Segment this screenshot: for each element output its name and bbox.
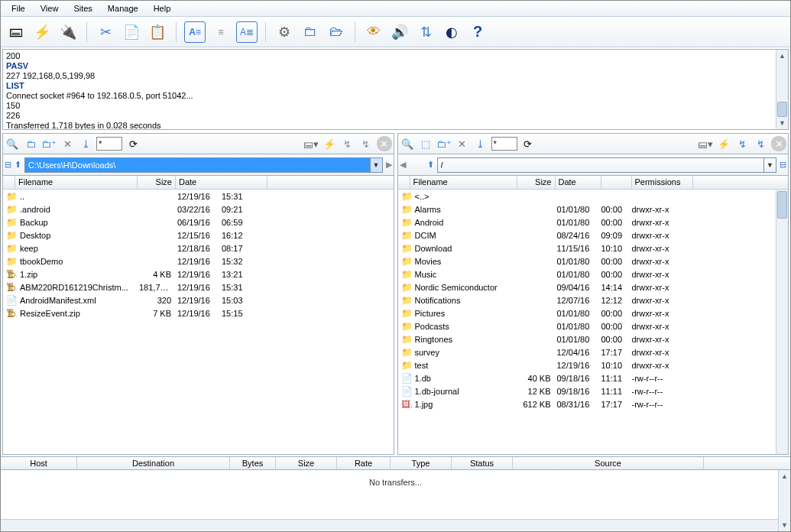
column-header[interactable]: Size bbox=[517, 176, 556, 189]
delete-icon[interactable]: ✕ bbox=[455, 136, 470, 151]
column-header[interactable]: Size bbox=[138, 176, 176, 189]
file-row[interactable]: 📁Android01/01/8000:00drwxr-xr-x bbox=[398, 216, 789, 229]
search-icon[interactable]: 🔍 bbox=[5, 136, 20, 151]
local-path-input[interactable] bbox=[25, 158, 370, 172]
file-row[interactable]: 📁Nordic Semiconductor09/04/1614:14drwxr-… bbox=[398, 281, 789, 294]
go-icon[interactable]: ▶ bbox=[386, 160, 392, 170]
transfer-mode-icon[interactable]: 🖴▾ bbox=[303, 136, 319, 151]
quick-icon[interactable]: ⚡ bbox=[716, 136, 731, 151]
mode-text-icon[interactable]: ≡ bbox=[210, 21, 232, 43]
column-header[interactable]: Date bbox=[556, 176, 601, 189]
folder-open-icon[interactable]: 🗀 bbox=[23, 136, 38, 151]
sync-arrows-icon[interactable]: ⇅ bbox=[415, 21, 436, 43]
file-row[interactable]: 📁tbookDemo12/19/1615:32 bbox=[3, 255, 394, 268]
sound-icon[interactable]: 🔊 bbox=[389, 21, 410, 43]
remote-scrollbar[interactable] bbox=[776, 190, 788, 454]
menu-view[interactable]: View bbox=[33, 2, 66, 15]
mode-auto-icon[interactable]: A≣ bbox=[236, 21, 258, 43]
dropdown-icon[interactable]: ▼ bbox=[370, 158, 382, 172]
mode-a-icon[interactable]: A≡ bbox=[184, 21, 206, 43]
scroll-up-icon[interactable]: ▲ bbox=[776, 50, 788, 62]
server-icon[interactable]: 🖴 bbox=[5, 21, 27, 43]
queue-column-header[interactable]: Destination bbox=[77, 457, 230, 469]
link2-icon[interactable]: ↯ bbox=[753, 136, 768, 151]
file-row[interactable]: 📁Backup06/19/1606:59 bbox=[3, 216, 394, 229]
file-row[interactable]: 📄1.db-journal12 KB09/18/1611:11-rw-r--r-… bbox=[398, 384, 789, 397]
tree-icon[interactable]: ⊟ bbox=[5, 160, 11, 170]
queue-scrollbar[interactable]: ▲ ▼ bbox=[778, 470, 790, 531]
queue-column-header[interactable]: Bytes bbox=[230, 457, 276, 469]
column-header[interactable] bbox=[3, 176, 15, 189]
queue-column-header[interactable]: Source bbox=[513, 457, 704, 469]
scroll-down-icon[interactable]: ▼ bbox=[779, 519, 790, 531]
queue-column-header[interactable]: Rate bbox=[337, 457, 391, 469]
column-header[interactable] bbox=[601, 176, 632, 189]
folder-t-icon[interactable]: 🗁 bbox=[326, 21, 347, 43]
file-row[interactable]: 📁Ringtones01/01/8000:00drwxr-xr-x bbox=[398, 332, 789, 345]
menu-help[interactable]: Help bbox=[146, 2, 179, 15]
search-icon[interactable]: 🔍 bbox=[400, 136, 415, 151]
delete-icon[interactable]: ✕ bbox=[60, 136, 75, 151]
settings-icon[interactable]: ⚙ bbox=[274, 21, 295, 43]
file-row[interactable]: 📁keep12/18/1608:17 bbox=[3, 242, 394, 255]
close-pane-icon[interactable]: ✕ bbox=[771, 136, 786, 151]
menu-file[interactable]: File bbox=[4, 2, 33, 15]
remote-filter-input[interactable] bbox=[491, 137, 517, 151]
file-row[interactable]: 📁Movies01/01/8000:00drwxr-xr-x bbox=[398, 255, 789, 268]
dropdown-icon[interactable]: ▼ bbox=[763, 158, 776, 172]
file-row[interactable]: 📁Notifications12/07/1612:12drwxr-xr-x bbox=[398, 294, 789, 307]
new-folder-icon[interactable]: 🗀⁺ bbox=[436, 136, 452, 151]
new-folder-icon[interactable]: 🗀⁺ bbox=[41, 136, 57, 151]
copy-icon[interactable]: 📄 bbox=[121, 21, 142, 43]
queue-column-header[interactable]: Size bbox=[276, 457, 337, 469]
refresh-icon[interactable]: ⟳ bbox=[125, 136, 141, 151]
column-header[interactable]: Filename bbox=[410, 176, 517, 189]
file-row[interactable]: 📁Music01/01/8000:00drwxr-xr-x bbox=[398, 268, 789, 281]
download-icon[interactable]: ⤓ bbox=[78, 136, 93, 151]
column-header[interactable]: Permissions bbox=[632, 176, 693, 189]
scroll-down-icon[interactable]: ▼ bbox=[776, 117, 788, 129]
file-row[interactable]: 📁..12/19/1615:31 bbox=[3, 190, 394, 203]
close-pane-icon[interactable]: ✕ bbox=[377, 136, 392, 151]
file-row[interactable]: 🗜1.zip4 KB12/19/1613:21 bbox=[3, 268, 394, 281]
file-row[interactable]: 📁Podcasts01/01/8000:00drwxr-xr-x bbox=[398, 320, 789, 332]
local-path-box[interactable]: ▼ bbox=[24, 157, 383, 173]
quick-icon[interactable]: ⚡ bbox=[322, 136, 337, 151]
column-header[interactable]: Filename bbox=[15, 176, 138, 189]
upload-icon[interactable]: ⤓ bbox=[473, 136, 488, 151]
back-icon[interactable]: ◀ bbox=[400, 160, 406, 170]
log-scrollbar[interactable]: ▲ ▼ bbox=[776, 50, 788, 129]
cut-icon[interactable]: ✂ bbox=[95, 21, 116, 43]
globe-icon[interactable]: ◐ bbox=[441, 21, 462, 43]
file-row[interactable]: 📁Alarms01/01/8000:00drwxr-xr-x bbox=[398, 203, 789, 216]
file-row[interactable]: 📄AndroidManifest.xml32012/19/1615:03 bbox=[3, 294, 394, 307]
file-row[interactable]: 📁Desktop12/15/1616:12 bbox=[3, 229, 394, 242]
help-icon[interactable]: ? bbox=[467, 21, 488, 43]
view-icon[interactable]: 👁 bbox=[363, 21, 384, 43]
local-filter-input[interactable] bbox=[96, 137, 122, 151]
file-row[interactable]: 🗜ResizeEvent.zip7 KB12/19/1615:15 bbox=[3, 307, 394, 320]
remote-path-box[interactable]: ▼ bbox=[437, 157, 777, 173]
queue-column-header[interactable]: Status bbox=[452, 457, 513, 469]
refresh-icon[interactable]: ⟳ bbox=[520, 136, 536, 151]
file-row[interactable]: 📁.android03/22/1609:21 bbox=[3, 203, 394, 216]
link2-icon[interactable]: ↯ bbox=[358, 136, 374, 151]
column-header[interactable] bbox=[398, 176, 410, 189]
crop-icon[interactable]: ⬚ bbox=[418, 136, 433, 151]
file-row[interactable]: 📁Download11/15/1610:10drwxr-xr-x bbox=[398, 242, 789, 255]
tree-icon[interactable]: ⊟ bbox=[780, 160, 786, 170]
up-dir-icon[interactable]: ⬆ bbox=[15, 160, 21, 170]
disconnect-icon[interactable]: 🔌 bbox=[57, 21, 79, 43]
queue-column-header[interactable]: Host bbox=[1, 457, 77, 469]
file-row[interactable]: 📁DCIM08/24/1609:09drwxr-xr-x bbox=[398, 229, 789, 242]
file-row[interactable]: 📁Pictures01/01/8000:00drwxr-xr-x bbox=[398, 307, 789, 320]
scroll-thumb[interactable] bbox=[777, 191, 787, 219]
file-row[interactable]: 📁survey12/04/1617:17drwxr-xr-x bbox=[398, 345, 789, 358]
link1-icon[interactable]: ↯ bbox=[340, 136, 355, 151]
up-dir-icon[interactable]: ⬆ bbox=[427, 160, 434, 170]
quick-connect-icon[interactable]: ⚡ bbox=[31, 21, 53, 43]
folder-s-icon[interactable]: 🗀 bbox=[300, 21, 321, 43]
paste-icon[interactable]: 📋 bbox=[147, 21, 168, 43]
link1-icon[interactable]: ↯ bbox=[734, 136, 750, 151]
menu-manage[interactable]: Manage bbox=[100, 2, 146, 15]
